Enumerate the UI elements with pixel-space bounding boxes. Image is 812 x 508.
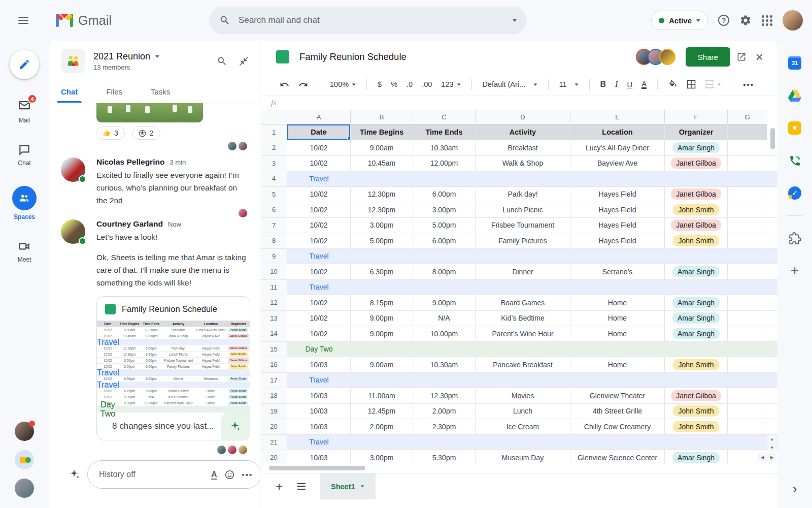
composer-field[interactable]: A ••• xyxy=(87,460,260,489)
section-band[interactable]: Day Two xyxy=(287,342,777,357)
grid-cell[interactable]: Amar Singh xyxy=(665,311,728,326)
grid-cell[interactable] xyxy=(728,326,767,341)
grid-cell[interactable]: 6.30pm xyxy=(351,264,413,279)
sheet-tab-sheet1[interactable]: Sheet1 xyxy=(320,473,376,499)
row-number[interactable]: 17 xyxy=(261,373,287,388)
format-currency-button[interactable]: $ xyxy=(374,78,385,90)
column-header[interactable]: D xyxy=(476,110,570,124)
grid-cell[interactable]: Board Games xyxy=(476,295,570,310)
zoom-select[interactable]: 100% xyxy=(326,78,359,90)
grid-cell[interactable]: 4th Street Grille xyxy=(570,404,665,419)
grid-corner[interactable] xyxy=(261,110,287,124)
grid-cell[interactable]: 5.00pm xyxy=(351,233,413,248)
tab-tasks[interactable]: Tasks xyxy=(151,81,170,103)
grid-cell[interactable]: Bayview Ave xyxy=(570,156,665,171)
sheet-preview-card[interactable]: Family Reunion Schedule DateTime BeginsT… xyxy=(96,296,250,440)
grid-cell[interactable]: 8.15pm xyxy=(351,295,413,310)
grid-cell[interactable]: 5.30pm xyxy=(413,450,476,463)
bold-button[interactable]: B xyxy=(597,78,610,91)
row-number[interactable]: 20 xyxy=(261,450,287,463)
grid-cell[interactable]: Parent’s Wine Hour xyxy=(476,326,570,341)
sidebar-item-chat[interactable]: Chat xyxy=(18,143,31,167)
grid-cell[interactable]: Glenview Theater xyxy=(570,388,665,403)
grid-cell[interactable]: John Smith xyxy=(665,233,728,248)
grid-cell[interactable]: 10.45am xyxy=(351,156,413,171)
grid-cell[interactable]: 10/03 xyxy=(287,450,351,463)
row-number[interactable]: 11 xyxy=(261,280,287,295)
grid-cell[interactable]: 12.00pm xyxy=(413,156,476,171)
grid-cell[interactable]: John Smith xyxy=(665,404,728,419)
grid-cell[interactable] xyxy=(728,295,767,310)
help-icon[interactable]: ? xyxy=(718,15,729,26)
grid-cell[interactable]: Walk & Shop xyxy=(476,156,570,171)
merge-cells-button[interactable] xyxy=(701,78,725,91)
emoji-icon[interactable] xyxy=(224,469,235,480)
scroll-left-arrow[interactable]: ◀ xyxy=(758,453,767,461)
extensions-puzzle-icon[interactable] xyxy=(784,227,806,249)
grid-cell[interactable]: Glenview Science Center xyxy=(570,450,665,463)
search-input[interactable] xyxy=(239,15,513,25)
row-number[interactable]: 10 xyxy=(261,264,287,279)
share-button[interactable]: Share xyxy=(686,47,730,67)
number-format-select[interactable]: 123 xyxy=(437,78,464,90)
grid-cell[interactable]: 10.30am xyxy=(413,357,476,372)
grid-cell[interactable]: Home xyxy=(570,295,665,310)
row-number[interactable]: 9 xyxy=(261,249,287,264)
column-header[interactable]: F xyxy=(665,110,728,124)
grid-cell[interactable]: Janet Gilboa xyxy=(665,218,728,233)
composer-input[interactable] xyxy=(99,470,204,479)
grid-cell[interactable]: Lucy’s All-Day Diner xyxy=(570,140,665,155)
grid-cell[interactable]: 10/02 xyxy=(287,233,351,248)
grid-cell[interactable]: John Smith xyxy=(665,357,728,372)
grid-cell[interactable]: Breakfast xyxy=(476,140,570,155)
grid-cell[interactable]: Pancake Breakfast xyxy=(476,357,570,372)
grid-cell[interactable]: 10/02 xyxy=(287,264,351,279)
grid-cell[interactable] xyxy=(728,233,767,248)
column-header[interactable]: C xyxy=(413,110,476,124)
grid-cell[interactable]: Kid’s Bedtime xyxy=(476,311,570,326)
grid-cell[interactable]: 10/03 xyxy=(287,419,351,434)
redo-button[interactable] xyxy=(295,78,312,91)
grid-cell[interactable]: Time Ends xyxy=(413,124,476,140)
grid-cell[interactable]: John Smith xyxy=(665,419,728,434)
grid-cell[interactable]: Dinner xyxy=(476,264,570,279)
reaction-soccer[interactable]: 2 xyxy=(132,126,160,140)
row-number[interactable]: 7 xyxy=(261,218,287,233)
grid-cell[interactable]: N/A xyxy=(413,311,476,326)
settings-gear-icon[interactable] xyxy=(739,14,752,26)
grid-cell[interactable] xyxy=(728,264,767,279)
grid-cell[interactable]: 10/02 xyxy=(287,202,351,217)
more-options-icon[interactable]: ••• xyxy=(242,470,253,479)
grid-cell[interactable]: Amar Singh xyxy=(665,264,728,279)
grid-cell[interactable]: Home xyxy=(570,311,665,326)
column-header[interactable]: G xyxy=(728,110,767,124)
grid-cell[interactable]: Movies xyxy=(476,388,570,403)
grid-cell[interactable]: 2.00pm xyxy=(413,404,476,419)
grid-cell[interactable]: 2.00pm xyxy=(351,419,413,434)
grid-cell[interactable]: Amar Singh xyxy=(665,450,728,463)
section-band[interactable]: Travel xyxy=(287,373,777,388)
grid-cell[interactable]: 5.00pm xyxy=(413,218,476,233)
grid-cell[interactable]: 8.00pm xyxy=(413,264,476,279)
grid-cell[interactable]: 3.00pm xyxy=(351,450,413,463)
grid-cell[interactable]: Home xyxy=(570,326,665,341)
grid-cell[interactable]: Lunch Picnic xyxy=(476,202,570,217)
tab-files[interactable]: Files xyxy=(106,81,122,103)
decrease-decimal-button[interactable]: .0 xyxy=(403,78,416,90)
column-header[interactable]: A xyxy=(287,110,351,124)
text-color-button[interactable]: A xyxy=(638,78,650,91)
search-options-chevron-icon[interactable] xyxy=(513,19,517,22)
grid-cell[interactable]: Amar Singh xyxy=(665,295,728,310)
increase-decimal-button[interactable]: .00 xyxy=(418,78,435,90)
format-text-icon[interactable]: A xyxy=(211,470,217,480)
grid-cell[interactable]: Chilly Cow Creamery xyxy=(570,419,665,434)
vertical-scrollbar-thumb[interactable] xyxy=(770,128,775,149)
grid-cell[interactable]: 9.00am xyxy=(351,140,413,155)
expand-panel-chevron-icon[interactable]: › xyxy=(793,481,797,497)
grid-cell[interactable]: Location xyxy=(570,124,665,140)
grid-cell[interactable] xyxy=(728,404,767,419)
compose-button[interactable] xyxy=(10,50,39,79)
row-number[interactable]: 5 xyxy=(261,187,287,202)
grid-cell[interactable]: 10.00pm xyxy=(413,326,476,341)
formula-bar[interactable]: fx xyxy=(261,96,777,110)
